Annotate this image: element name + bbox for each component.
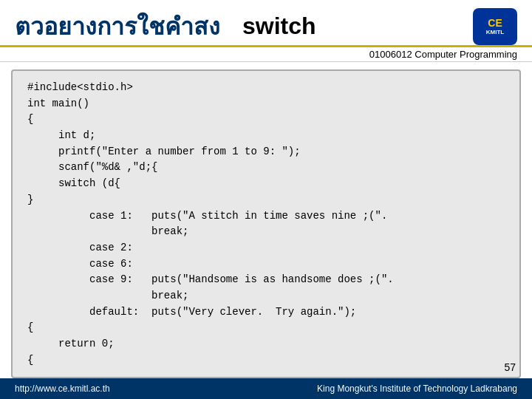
- sub-header: 01006012 Computer Programming: [0, 47, 532, 62]
- header: ตวอยางการใชคำสง switch CE KMITL: [0, 0, 532, 47]
- page-number: 57: [504, 361, 516, 373]
- code-line: switch (d{: [27, 176, 505, 192]
- footer: http://www.ce.kmitl.ac.th King Mongkut's…: [0, 378, 532, 399]
- code-line: int d;: [27, 128, 505, 144]
- logo-ce: CE: [488, 17, 502, 29]
- course-code: 01006012 Computer Programming: [369, 49, 517, 60]
- code-line: break;: [27, 224, 505, 240]
- thai-title: ตวอยางการใชคำสง: [15, 7, 220, 45]
- code-container: #include<stdio.h> int main() { int d; pr…: [11, 69, 521, 378]
- logo: CE KMITL: [473, 8, 517, 45]
- code-line: break;: [27, 288, 505, 304]
- code-line: default: puts("Very clever. Try again.")…: [27, 304, 505, 321]
- title-area: ตวอยางการใชคำสง switch: [15, 7, 316, 45]
- code-line: case 1: puts("A stitch in time saves nin…: [27, 208, 505, 225]
- code-line: {: [27, 112, 505, 128]
- code-line: {: [27, 352, 505, 369]
- code-line: case 6:: [27, 256, 505, 273]
- code-line: scanf("%d& ,"d;{: [27, 160, 505, 176]
- code-line: {: [27, 320, 505, 336]
- code-line: #include<stdio.h>: [27, 80, 505, 96]
- code-line: case 9: puts("Handsome is as handsome do…: [27, 272, 505, 288]
- switch-title: switch: [242, 13, 316, 40]
- footer-right: King Mongkut's Institute of Technology L…: [317, 383, 517, 394]
- code-line: case 2:: [27, 240, 505, 256]
- code-line: }: [27, 192, 505, 208]
- code-line: int main(): [27, 96, 505, 112]
- code-line: printf("Enter a number from 1 to 9: ");: [27, 144, 505, 160]
- footer-left: http://www.ce.kmitl.ac.th: [15, 383, 110, 394]
- code-line: return 0;: [27, 336, 505, 352]
- logo-kmitl: KMITL: [486, 29, 504, 35]
